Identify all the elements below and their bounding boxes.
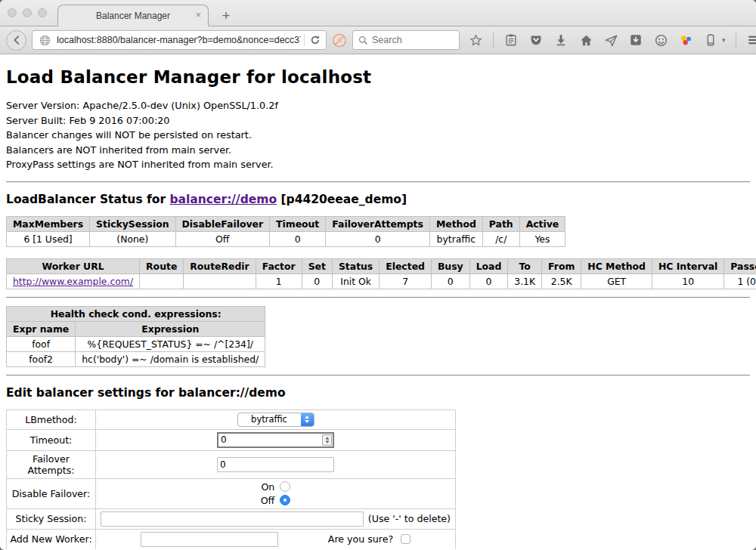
col-failoverattempts: FailoverAttempts	[326, 216, 430, 231]
col-route: Route	[140, 258, 184, 273]
status-heading-prefix: LoadBalancer Status for	[6, 193, 169, 206]
hc-row-foof: foof %{REQUEST_STATUS} =~ /^[234]/	[7, 336, 265, 351]
browser-window: Balancer Manager × + localhost:8880/bala…	[0, 0, 756, 550]
window-controls	[8, 8, 47, 17]
timeout-input[interactable]	[217, 432, 334, 448]
divider	[6, 297, 750, 298]
tab-balancer-manager[interactable]: Balancer Manager ×	[57, 5, 209, 26]
val-expr-name-1: foof	[7, 336, 76, 351]
extension-color-dots-icon[interactable]	[678, 32, 693, 48]
val-failoverattempts: 0	[326, 231, 430, 246]
device-sync-icon[interactable]	[703, 32, 718, 48]
add-worker-label: Add New Worker:	[7, 529, 96, 549]
search-bar[interactable]	[352, 30, 460, 50]
hc-table-title: Health check cond. expressions:	[7, 306, 265, 321]
col-from: From	[542, 258, 581, 273]
val-load: 0	[469, 273, 508, 289]
disable-failover-off-radio[interactable]	[280, 495, 290, 505]
col-active: Active	[519, 216, 565, 231]
save-to-device-icon[interactable]	[628, 32, 643, 48]
new-tab-button[interactable]: +	[216, 8, 236, 24]
minimize-window-button[interactable]	[23, 8, 32, 17]
val-routeredir	[184, 273, 256, 289]
failover-attempts-input[interactable]	[217, 457, 334, 472]
select-stepper-icon	[301, 412, 314, 427]
send-plane-icon[interactable]	[603, 32, 618, 48]
lbmethod-select[interactable]: bytraffic	[237, 412, 314, 427]
toolbar-separator	[493, 32, 494, 48]
reading-list-icon[interactable]	[503, 32, 519, 48]
page-content: Load Balancer Manager for localhost Serv…	[0, 54, 756, 549]
col-passes: Passes	[724, 258, 756, 273]
sticky-session-label: Sticky Session:	[7, 508, 96, 529]
home-icon[interactable]	[578, 32, 593, 48]
col-worker-url: Worker URL	[7, 258, 140, 273]
val-passes: 1 (0)	[724, 273, 756, 289]
col-routeredir: RouteRedir	[184, 258, 256, 273]
url-divider	[304, 34, 305, 46]
page-title: Load Balancer Manager for localhost	[6, 54, 750, 87]
val-status: Init Ok	[332, 273, 379, 289]
disable-failover-label: Disable Failover:	[7, 478, 96, 508]
device-dropdown-caret-icon[interactable]: ▾	[722, 36, 726, 44]
sticky-session-row: Sticky Session: (Use '-' to delete)	[7, 508, 456, 529]
health-check-table: Health check cond. expressions: Expr nam…	[6, 306, 265, 367]
val-busy: 0	[431, 273, 469, 289]
col-to: To	[508, 258, 542, 273]
close-window-button[interactable]	[8, 8, 17, 17]
val-timeout: 0	[270, 231, 326, 246]
sticky-session-input[interactable]	[101, 511, 364, 527]
hello-smiley-icon[interactable]	[653, 32, 668, 48]
col-busy: Busy	[431, 258, 469, 273]
col-hc-interval: HC Interval	[652, 258, 723, 273]
col-path: Path	[482, 216, 519, 231]
tab-close-icon[interactable]: ×	[195, 10, 201, 20]
downloads-icon[interactable]	[553, 32, 569, 48]
balancer-demo-link[interactable]: balancer://demo	[169, 193, 277, 206]
reload-icon[interactable]	[308, 32, 323, 48]
hc-row-foof2: foof2 hc('body') =~ /domain is establish…	[7, 351, 265, 366]
bookmark-star-icon[interactable]	[468, 32, 483, 48]
val-hc-method: GET	[581, 273, 652, 289]
are-you-sure-checkbox[interactable]	[401, 534, 411, 544]
val-method: bytraffic	[429, 231, 482, 246]
add-worker-input[interactable]	[141, 532, 278, 547]
tab-title: Balancer Manager	[96, 11, 170, 21]
lbmethod-row: LBmethod: bytraffic	[7, 409, 456, 429]
timeout-row: Timeout:	[7, 429, 456, 450]
val-path: /c/	[482, 231, 519, 246]
number-spinner-icon[interactable]	[322, 434, 332, 446]
plugin-blocked-icon[interactable]	[332, 32, 347, 48]
search-input[interactable]	[372, 35, 448, 45]
val-set: 0	[302, 273, 332, 289]
col-disablefailover: DisableFailover	[175, 216, 270, 231]
zoom-window-button[interactable]	[38, 8, 47, 17]
are-you-sure-label: Are you sure?	[328, 533, 393, 545]
persist-note: Balancer changes will NOT be persisted o…	[6, 128, 750, 143]
radio-off-label: Off	[261, 495, 275, 506]
col-status: Status	[332, 258, 379, 273]
back-button[interactable]	[6, 30, 26, 51]
col-expr-name: Expr name	[7, 321, 76, 336]
url-text[interactable]: localhost:8880/balancer-manager?b=demo&n…	[57, 35, 301, 45]
lbmethod-selected-value: bytraffic	[238, 414, 301, 425]
url-bar[interactable]: localhost:8880/balancer-manager?b=demo&n…	[32, 30, 327, 50]
server-info: Server Version: Apache/2.5.0-dev (Unix) …	[6, 98, 750, 172]
val-disablefailover: Off	[175, 231, 270, 246]
radio-on-label: On	[261, 481, 275, 493]
val-to: 3.1K	[508, 273, 542, 289]
balancer-status-header-row: MaxMembers StickySession DisableFailover…	[7, 216, 565, 231]
failover-attempts-label: Failover Attempts:	[7, 450, 96, 478]
val-expr-name-2: foof2	[7, 351, 76, 366]
worker-url-link[interactable]: http://www.example.com/	[13, 276, 133, 287]
site-globe-icon[interactable]	[37, 32, 52, 48]
menu-hamburger-icon[interactable]	[746, 32, 756, 48]
status-heading: LoadBalancer Status for balancer://demo …	[6, 193, 750, 206]
col-factor: Factor	[256, 258, 302, 273]
col-expression: Expression	[76, 321, 265, 336]
val-from: 2.5K	[542, 273, 581, 289]
pocket-icon[interactable]	[528, 32, 544, 48]
val-factor: 1	[256, 273, 302, 289]
val-maxmembers: 6 [1 Used]	[7, 231, 90, 246]
disable-failover-on-radio[interactable]	[280, 481, 290, 492]
